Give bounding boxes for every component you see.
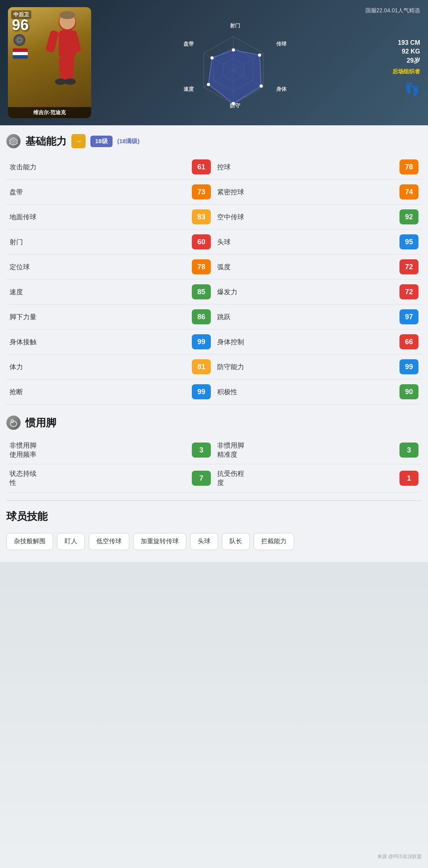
stat-name: 速度 [10,287,192,297]
svg-point-22 [232,102,235,105]
skill-tag: 拦截能力 [254,533,294,550]
stat-name: 积极性 [217,387,399,397]
stat-name: 空中传球 [217,213,399,222]
basic-ability-arrow[interactable]: → [71,134,86,148]
stat-row: 跳跃 97 [214,305,422,330]
stat-name: 射门 [10,238,192,247]
stat-value: 61 [192,159,211,174]
svg-point-19 [232,48,235,52]
stat-value: 3 [399,443,418,458]
svg-point-0 [16,36,23,44]
svg-point-20 [258,54,261,57]
svg-point-21 [260,84,263,88]
watermark: 来源 @PES实况联盟 [377,853,422,860]
radar-label-topright: 传球 [276,40,287,48]
server-label: 国服22.04.01人气精选 [97,7,420,14]
stat-value: 81 [192,359,211,374]
stat-row: 防守能力 99 [214,354,422,379]
svg-rect-4 [45,30,59,53]
stat-name: 体力 [10,362,192,372]
radar-label-bottomleft: 速度 [183,86,194,93]
skill-tag: 队长 [222,533,250,550]
radar-container: 射门 传球 身体 防守 速度 盘带 [97,22,373,113]
svg-point-23 [207,83,210,86]
stat-row: 头球 95 [214,230,422,255]
stat-value: 60 [192,234,211,249]
level-badge: 18级 [90,136,113,147]
preferred-foot-header: 惯用脚 [6,404,422,436]
stat-name: 身体控制 [217,337,399,347]
basic-ability-icon [6,134,21,148]
stat-row: 定位球 78 [6,255,214,280]
stat-row: 控球 78 [214,155,422,180]
player-figure [24,7,91,94]
skills-title: 球员技能 [6,510,48,523]
skill-tag: 加重旋转传球 [133,533,186,550]
radar-label-top: 射门 [230,22,240,29]
stat-name: 定位球 [10,263,192,272]
radar-stats-row: 射门 传球 身体 防守 速度 盘带 [97,17,420,118]
player-card: 中后卫 96 [8,7,91,118]
main-content: 基础能力 → 18级 (18满级) 攻击能力 61 控球 78 盘带 73 紧密… [0,125,428,562]
stat-name: 紧密控球 [217,188,399,197]
stat-row: 攻击能力 61 [6,155,214,180]
stat-row: 非惯用脚使用频率 3 [6,436,214,464]
stat-row: 速度 85 [6,280,214,305]
stat-name: 攻击能力 [10,163,192,172]
svg-point-24 [210,56,214,59]
stat-row: 抢断 99 [6,379,214,404]
stat-row: 身体接触 99 [6,330,214,354]
stat-value: 7 [192,471,211,486]
radar-label-topleft: 盘带 [183,40,194,48]
stat-row: 抗受伤程度 1 [214,464,422,492]
stat-value: 3 [192,443,211,458]
stat-value: 95 [399,234,418,249]
svg-point-9 [65,79,76,85]
stat-value: 92 [399,209,418,224]
stat-name: 防守能力 [217,362,399,372]
stat-row: 弧度 72 [214,255,422,280]
stat-value: 66 [399,334,418,349]
preferred-foot-title: 惯用脚 [25,416,56,430]
stat-row: 体力 81 [6,354,214,379]
player-age: 29岁 [407,57,420,65]
player-role: 后场组织者 [392,68,420,75]
stat-value: 97 [399,309,418,324]
stat-row: 射门 60 [6,230,214,255]
stat-row: 地面传球 83 [6,205,214,230]
stat-row: 积极性 90 [214,379,422,404]
stat-name: 控球 [217,163,399,172]
skill-tag: 低空传球 [89,533,129,550]
stat-value: 90 [399,384,418,399]
stat-value: 78 [399,159,418,174]
svg-marker-26 [11,139,16,144]
stat-name: 爆发力 [217,287,399,297]
skill-tag: 杂技般解围 [6,533,53,550]
foot-icon: 👣 [404,82,420,97]
level-text: (18满级) [117,138,140,145]
stat-name: 抗受伤程度 [217,469,399,487]
stat-value: 72 [399,284,418,299]
skills-grid: 杂技般解围盯人低空传球加重旋转传球头球队长拦截能力 [6,533,422,550]
stat-value: 74 [399,184,418,199]
stat-value: 78 [192,259,211,274]
stat-row: 爆发力 72 [214,280,422,305]
stat-name: 弧度 [217,263,399,272]
stat-name: 身体接触 [10,337,192,347]
player-height: 193 CM [398,39,420,46]
svg-marker-18 [208,50,261,103]
stat-row: 脚下力量 86 [6,305,214,330]
stat-value: 99 [192,384,211,399]
stat-name: 头球 [217,238,399,247]
stat-row: 非惯用脚精准度 3 [214,436,422,464]
svg-point-8 [55,79,66,85]
stat-value: 99 [399,359,418,374]
stat-value: 86 [192,309,211,324]
radar-svg: 射门 传球 身体 防守 速度 盘带 [183,22,287,113]
stat-name: 盘带 [10,188,192,197]
skill-tag: 盯人 [57,533,85,550]
stat-name: 状态持续性 [10,469,192,487]
skills-header: 球员技能 [6,502,422,533]
stat-name: 脚下力量 [10,312,192,322]
top-section: 中后卫 96 [0,0,428,125]
